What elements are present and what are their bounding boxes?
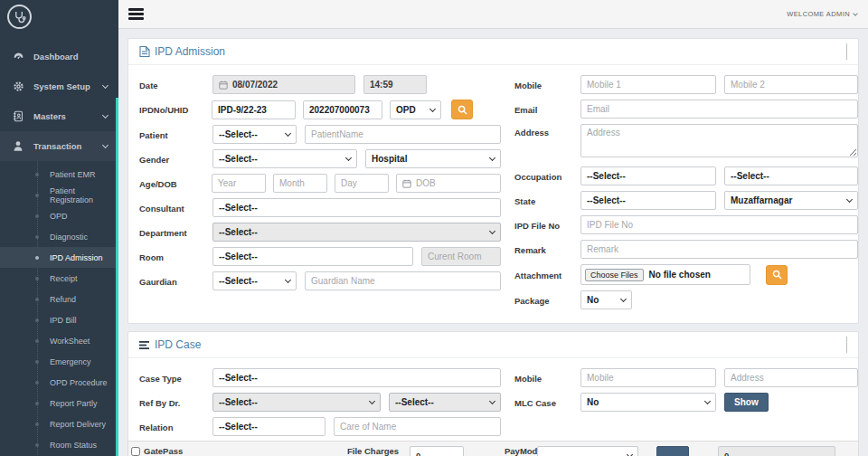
main-content: IPD Admission Date 08/07/2022 14:59 <box>118 29 868 456</box>
occupation-select-1[interactable]: --Select-- <box>580 166 716 185</box>
chevron-down-icon <box>102 112 108 119</box>
case-mobile-label: Mobile <box>514 373 572 384</box>
sidebar-item-report-partly[interactable]: Report Partly <box>0 393 118 413</box>
show-button[interactable]: Show <box>724 393 769 412</box>
gatepass-checkbox[interactable] <box>131 447 140 456</box>
search-type-value: OPD <box>396 105 427 115</box>
email-input[interactable] <box>580 100 858 119</box>
sidebar-item-dashboard[interactable]: Dashboard <box>0 42 118 71</box>
sidebar-scrollbar[interactable] <box>116 98 118 456</box>
guardian-select-value: --Select-- <box>219 276 282 286</box>
panel-title: IPD Case <box>139 338 201 351</box>
remark-input[interactable] <box>580 240 858 259</box>
collapse-button[interactable] <box>846 43 847 60</box>
sidebar-item-patient-registration[interactable]: Patient Registration <box>0 185 118 205</box>
collapse-button[interactable] <box>846 337 847 353</box>
patient-label: Patient <box>139 129 204 140</box>
sidebar-item-room-status[interactable]: Room Status <box>0 434 118 455</box>
mlc-case-select[interactable]: No <box>580 393 716 412</box>
sidebar-item-transaction[interactable]: Transaction <box>0 131 118 161</box>
sidebar-item-receipt[interactable]: Receipt <box>0 268 118 289</box>
list-icon <box>139 340 150 350</box>
ipdno-label: IPDNo/UHID <box>139 104 204 115</box>
hospital-select[interactable]: Hospital <box>365 149 501 168</box>
age-day-input[interactable] <box>335 174 389 193</box>
relation-select[interactable]: --Select-- <box>212 417 326 436</box>
sidebar-item-emergency[interactable]: Emergency <box>0 351 118 372</box>
no-file-chosen-text: No file chosen <box>649 270 711 280</box>
admission-date-field[interactable]: 08/07/2022 <box>212 75 355 94</box>
file-charges-input[interactable] <box>410 446 464 456</box>
attachment-file-input[interactable]: Choose Files No file chosen <box>580 264 750 285</box>
city-select[interactable]: Muzaffarnagar <box>724 191 858 210</box>
state-select[interactable]: --Select-- <box>580 191 716 210</box>
guardian-label: Gaurdian <box>139 276 204 287</box>
ipd-file-label: IPD File No <box>514 220 572 231</box>
sidebar-item-worksheet[interactable]: WorkSheet <box>0 330 118 351</box>
gatepass-field: GatePass <box>131 446 183 456</box>
care-of-name-input[interactable] <box>334 417 501 436</box>
ref-doctor-select-2[interactable]: --Select-- <box>389 393 501 412</box>
case-address-input[interactable] <box>724 368 858 387</box>
case-type-value: --Select-- <box>219 373 495 383</box>
ipd-file-input[interactable] <box>580 215 858 234</box>
sidebar-item-refund[interactable]: Refund <box>0 289 118 309</box>
sidebar-item-label: Room Status <box>50 441 97 450</box>
consultant-select[interactable]: --Select-- <box>212 198 501 217</box>
calendar-icon <box>219 81 228 90</box>
sidebar-item-label: WorkSheet <box>50 337 90 346</box>
chevron-down-icon <box>102 142 108 148</box>
hamburger-menu-icon[interactable] <box>128 6 144 23</box>
sidebar-item-masters[interactable]: Masters <box>0 101 118 131</box>
ref2-value: --Select-- <box>395 397 486 407</box>
case-mobile-input[interactable] <box>580 368 716 387</box>
app-logo-stethoscope-icon[interactable] <box>7 5 32 29</box>
case-type-select[interactable]: --Select-- <box>212 368 501 387</box>
admission-time-field[interactable]: 14:59 <box>363 75 427 94</box>
sidebar-item-system-setup[interactable]: System Setup <box>0 71 118 101</box>
gender-select[interactable]: --Select-- <box>212 149 357 168</box>
uhid-input[interactable] <box>303 100 382 119</box>
sidebar-item-opd[interactable]: OPD <box>0 205 118 226</box>
gender-select-value: --Select-- <box>219 154 343 164</box>
attachment-search-button[interactable] <box>766 265 788 285</box>
search-icon <box>458 105 467 115</box>
mobile1-input[interactable] <box>580 75 716 94</box>
patient-search-button[interactable] <box>451 100 473 119</box>
mobile2-input[interactable] <box>724 75 858 94</box>
search-type-select[interactable]: OPD <box>390 100 441 119</box>
occupation-select-2[interactable]: --Select-- <box>724 166 858 185</box>
user-menu[interactable]: WELCOME ADMIN <box>787 10 857 18</box>
sidebar-item-patient-emr[interactable]: Patient EMR <box>0 164 118 185</box>
ref-doctor-select-1[interactable]: --Select-- <box>212 393 381 412</box>
sidebar-item-ipd-admission[interactable]: IPD Admission <box>0 247 118 268</box>
mlc-case-label: MLC Case <box>514 397 572 408</box>
guardian-name-input[interactable] <box>305 271 501 290</box>
choose-files-button[interactable]: Choose Files <box>585 269 644 281</box>
age-month-input[interactable] <box>273 174 327 193</box>
package-select[interactable]: No <box>580 290 632 309</box>
sidebar-item-label: Receipt <box>50 274 78 283</box>
occupation1-value: --Select-- <box>587 171 710 181</box>
age-year-input[interactable] <box>212 174 266 193</box>
sidebar-item-diagnostic[interactable]: Diagnostic <box>0 226 118 247</box>
sidebar-item-report-delivery[interactable]: Report Delivery <box>0 413 118 434</box>
paymode-select[interactable] <box>537 446 638 456</box>
department-select[interactable]: --Select-- <box>212 223 501 242</box>
package-select-value: No <box>587 295 618 305</box>
patient-select[interactable]: --Select-- <box>212 125 297 144</box>
sidebar-item-ipd-bill[interactable]: IPD Bill <box>0 309 118 330</box>
dob-field[interactable]: DOB <box>396 174 501 193</box>
consultant-label: Consultant <box>139 203 204 214</box>
guardian-select[interactable]: --Select-- <box>212 271 297 290</box>
user-icon <box>12 140 24 153</box>
ipd-no-input[interactable] <box>212 100 296 119</box>
room-select[interactable]: --Select-- <box>212 247 413 266</box>
ref-by-dr-label: Ref By Dr. <box>139 397 204 408</box>
patient-name-input[interactable] <box>305 125 501 144</box>
date-value: 08/07/2022 <box>232 80 349 90</box>
gender-label: Gender <box>139 154 204 165</box>
sidebar-item-opd-procedure[interactable]: OPD Procedure <box>0 372 118 393</box>
pay-action-button[interactable] <box>656 446 689 456</box>
address-textarea[interactable] <box>580 124 858 157</box>
